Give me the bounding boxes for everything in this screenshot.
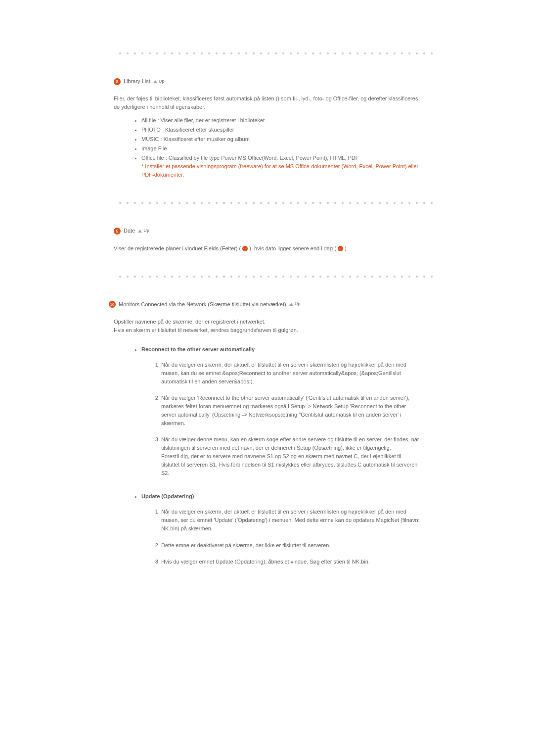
svg-point-36 — [386, 52, 388, 54]
svg-point-15 — [230, 52, 232, 54]
svg-point-52 — [171, 202, 173, 204]
list-item: Når du vælger en skærm, der aktuelt er t… — [161, 508, 420, 533]
svg-point-103 — [186, 276, 188, 278]
svg-point-126 — [356, 276, 358, 278]
svg-point-21 — [275, 52, 277, 54]
svg-point-114 — [267, 276, 269, 278]
svg-point-11 — [201, 52, 203, 54]
svg-point-57 — [208, 202, 210, 204]
svg-point-60 — [230, 202, 232, 204]
svg-point-22 — [282, 52, 284, 54]
list-item: Når du vælger en skærm, der aktuelt er t… — [161, 361, 420, 386]
svg-point-0 — [119, 52, 121, 54]
inline-number-badge-icon: 11 — [242, 245, 248, 251]
svg-point-78 — [364, 202, 366, 204]
svg-point-116 — [282, 276, 284, 278]
svg-point-69 — [297, 202, 299, 204]
svg-point-13 — [216, 52, 218, 54]
svg-point-73 — [327, 202, 329, 204]
svg-point-9 — [186, 52, 188, 54]
svg-point-111 — [245, 276, 247, 278]
number-badge-icon: 10 — [109, 301, 116, 308]
inline-number-badge-icon: 9 — [338, 245, 343, 251]
svg-point-1 — [127, 52, 129, 54]
svg-point-39 — [408, 52, 410, 54]
svg-point-59 — [223, 202, 225, 204]
svg-text:8: 8 — [116, 79, 118, 84]
svg-point-10 — [193, 52, 195, 54]
svg-point-64 — [260, 202, 262, 204]
svg-point-49 — [149, 202, 151, 204]
svg-point-23 — [290, 52, 292, 54]
svg-point-63 — [253, 202, 255, 204]
svg-point-70 — [305, 202, 307, 204]
svg-point-115 — [275, 276, 277, 278]
svg-point-51 — [164, 202, 166, 204]
svg-point-20 — [267, 52, 269, 54]
svg-point-54 — [186, 202, 188, 204]
svg-point-58 — [216, 202, 218, 204]
svg-point-97 — [141, 276, 143, 278]
svg-text:11: 11 — [243, 247, 247, 250]
svg-point-98 — [149, 276, 151, 278]
svg-point-27 — [319, 52, 321, 54]
svg-point-72 — [319, 202, 321, 204]
svg-point-83 — [401, 202, 403, 204]
divider — [119, 275, 455, 278]
svg-point-124 — [342, 276, 344, 278]
svg-point-123 — [334, 276, 336, 278]
svg-point-29 — [334, 52, 336, 54]
svg-point-109 — [230, 276, 232, 278]
svg-point-17 — [245, 52, 247, 54]
list-item: Når du vælger 'Reconnect to the other se… — [161, 394, 420, 427]
svg-point-105 — [201, 276, 203, 278]
svg-point-94 — [119, 276, 121, 278]
svg-point-7 — [171, 52, 173, 54]
svg-point-30 — [342, 52, 344, 54]
svg-point-120 — [312, 276, 314, 278]
svg-text:10: 10 — [110, 302, 115, 307]
svg-point-129 — [379, 276, 381, 278]
svg-point-76 — [349, 202, 351, 204]
svg-point-117 — [290, 276, 292, 278]
svg-point-102 — [178, 276, 180, 278]
svg-point-68 — [290, 202, 292, 204]
svg-point-24 — [297, 52, 299, 54]
svg-point-12 — [208, 52, 210, 54]
svg-point-66 — [275, 202, 277, 204]
svg-point-67 — [282, 202, 284, 204]
list-item: Dette emne er deaktiveret på skærme, der… — [161, 541, 420, 550]
svg-point-55 — [193, 202, 195, 204]
list-item: Update (Opdatering) Når du vælger en skæ… — [141, 492, 420, 566]
number-badge-icon: 8 — [114, 78, 121, 85]
svg-point-99 — [156, 276, 158, 278]
svg-point-101 — [171, 276, 173, 278]
svg-point-19 — [260, 52, 262, 54]
svg-point-81 — [386, 202, 388, 204]
svg-point-3 — [141, 52, 143, 54]
svg-point-118 — [297, 276, 299, 278]
svg-point-95 — [127, 276, 129, 278]
monitors-intro-b: Hvis en skærm er tilsluttet til netværke… — [114, 326, 420, 334]
date-text-a: Viser de registrerede planer i vinduet F… — [114, 245, 241, 251]
svg-point-65 — [267, 202, 269, 204]
svg-point-127 — [364, 276, 366, 278]
up-link[interactable]: Up — [153, 78, 165, 85]
svg-text:9: 9 — [116, 229, 118, 234]
svg-point-125 — [349, 276, 351, 278]
section-title: Date — [124, 227, 135, 235]
svg-point-96 — [134, 276, 136, 278]
up-link[interactable]: Up — [289, 301, 301, 308]
svg-point-87 — [431, 202, 433, 204]
svg-point-45 — [119, 202, 121, 204]
svg-point-82 — [394, 202, 396, 204]
list-item: Office file : Classified by file type Po… — [141, 154, 420, 179]
svg-point-26 — [312, 52, 314, 54]
list-item: MUSIC : Klassificeret efter musiker og a… — [141, 135, 420, 143]
list-item: Hvis du vælger emnet Update (Opdatering)… — [161, 558, 420, 566]
svg-point-34 — [371, 52, 373, 54]
number-badge-icon: 9 — [114, 228, 121, 235]
up-link[interactable]: Up — [138, 228, 149, 235]
svg-point-122 — [327, 276, 329, 278]
svg-point-62 — [245, 202, 247, 204]
